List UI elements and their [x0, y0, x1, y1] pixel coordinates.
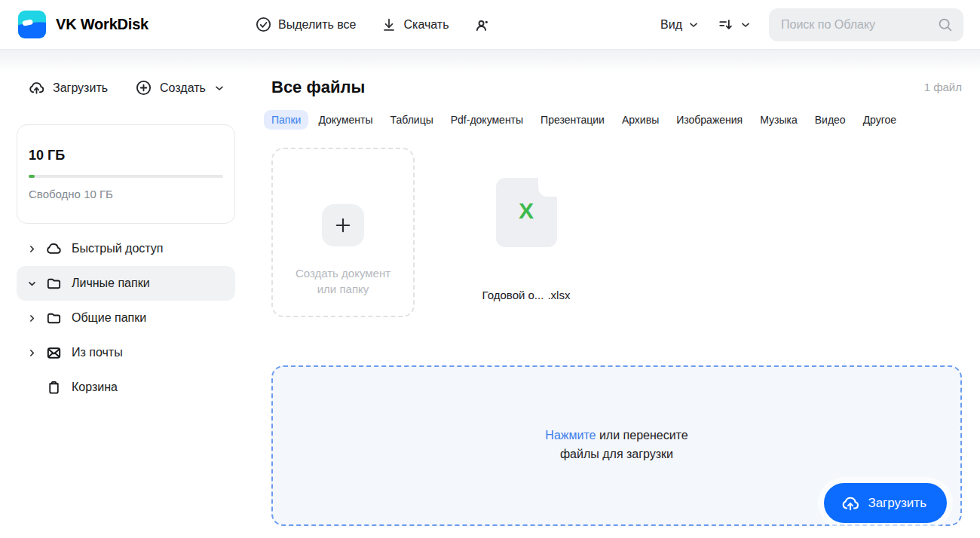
filter-tabs: Папки Документы Таблицы Pdf-документы Пр…	[264, 110, 962, 130]
app-title: VK WorkDisk	[56, 16, 149, 33]
excel-letter: X	[519, 198, 534, 224]
dropzone-text: Нажмите или перенесите файлы для загрузк…	[545, 426, 688, 463]
sidebar-item-label: Из почты	[72, 346, 123, 359]
tab-pdf-documents[interactable]: Pdf-документы	[443, 110, 531, 130]
view-dropdown[interactable]: Вид	[660, 18, 700, 32]
file-name: Годовой о....xlsx	[482, 289, 571, 301]
storage-total: 10 ГБ	[29, 148, 223, 164]
header-actions: Выделить все Скачать	[255, 16, 492, 34]
sidebar-item-from-mail[interactable]: Из почты	[17, 335, 235, 370]
sidebar-item-label: Общие папки	[72, 311, 146, 325]
upload-label: Загрузить	[53, 81, 108, 95]
app-logo-icon	[18, 11, 46, 38]
sidebar-item-label: Личные папки	[72, 277, 150, 290]
upload-button[interactable]: Загрузить	[28, 79, 108, 96]
file-tile[interactable]: X Годовой о....xlsx	[455, 148, 598, 317]
tab-images[interactable]: Изображения	[669, 110, 750, 130]
dropzone-click-link[interactable]: Нажмите	[545, 429, 596, 442]
create-button[interactable]: Создать	[135, 79, 225, 96]
storage-progress-fill	[29, 175, 35, 178]
sidebar-item-quick-access[interactable]: Быстрый доступ	[17, 231, 235, 266]
plus-circle-icon	[135, 79, 152, 96]
tab-music[interactable]: Музыка	[752, 110, 805, 130]
storage-free-label: Свободно 10 ГБ	[29, 188, 223, 200]
download-icon	[381, 17, 397, 33]
app-body: Загрузить Создать 10 ГБ Свободно 10 ГБ	[0, 50, 980, 538]
upload-fab-button[interactable]: Загрузить	[824, 483, 947, 523]
create-tile-text: Создать документ или папку	[296, 265, 390, 297]
download-button[interactable]: Скачать	[381, 17, 449, 33]
main-header: Все файлы 1 файл	[271, 78, 962, 97]
chevron-down-icon[interactable]	[27, 279, 38, 289]
file-grid: Создать документ или папку X Годовой о..…	[271, 148, 962, 317]
xlsx-file-icon: X	[496, 178, 557, 247]
tab-video[interactable]: Видео	[807, 110, 853, 130]
tab-archives[interactable]: Архивы	[614, 110, 666, 130]
folder-icon	[45, 310, 63, 327]
sidebar-item-label: Корзина	[72, 381, 118, 394]
tab-other[interactable]: Другое	[856, 110, 904, 130]
upload-dropzone[interactable]: Нажмите или перенесите файлы для загрузк…	[271, 365, 962, 526]
sidebar-item-label: Быстрый доступ	[72, 242, 164, 255]
select-all-button[interactable]: Выделить все	[255, 16, 356, 33]
storage-card[interactable]: 10 ГБ Свободно 10 ГБ	[17, 124, 235, 224]
tab-presentations[interactable]: Презентации	[533, 110, 612, 130]
chevron-right-icon[interactable]	[27, 244, 38, 254]
create-label: Создать	[160, 81, 206, 95]
sidebar-item-trash[interactable]: Корзина	[17, 370, 235, 405]
users-icon	[473, 16, 492, 34]
cloud-icon	[45, 240, 63, 258]
cloud-upload-icon	[841, 494, 860, 513]
chevron-right-icon[interactable]	[27, 313, 38, 323]
chevron-down-icon	[740, 19, 752, 31]
cloud-upload-icon	[28, 79, 45, 96]
main-content: Все файлы 1 файл Папки Документы Таблицы…	[255, 50, 980, 538]
chevron-down-icon	[213, 82, 225, 94]
sort-icon	[717, 16, 734, 33]
sidebar-item-shared-folders[interactable]: Общие папки	[17, 301, 235, 335]
tab-folders[interactable]: Папки	[264, 110, 308, 130]
view-label: Вид	[660, 18, 682, 32]
files-count: 1 файл	[924, 78, 962, 93]
tab-documents[interactable]: Документы	[311, 110, 380, 130]
folder-icon	[45, 275, 63, 292]
search-box[interactable]	[769, 8, 963, 41]
select-all-label: Выделить все	[278, 18, 356, 32]
brand[interactable]: VK WorkDisk	[18, 11, 255, 38]
mail-icon	[45, 344, 63, 362]
sort-dropdown[interactable]	[717, 16, 752, 33]
create-document-tile[interactable]: Создать документ или папку	[271, 148, 415, 317]
trash-icon	[45, 379, 63, 396]
chevron-down-icon	[688, 19, 700, 31]
upload-fab-label: Загрузить	[868, 496, 926, 511]
sidebar: Загрузить Создать 10 ГБ Свободно 10 ГБ	[0, 50, 255, 538]
header-right: Вид	[660, 8, 963, 41]
sidebar-actions: Загрузить Создать	[17, 79, 255, 96]
sidebar-nav: Быстрый доступ Личные папки	[17, 231, 255, 405]
search-input[interactable]	[781, 18, 937, 32]
check-circle-icon	[255, 16, 272, 33]
page-title: Все файлы	[271, 78, 365, 97]
app-header: VK WorkDisk Выделить все Скачать	[0, 0, 980, 50]
sidebar-item-personal-folders[interactable]: Личные папки	[17, 266, 235, 301]
search-icon	[937, 17, 953, 32]
plus-icon	[322, 204, 364, 246]
storage-progress-bar	[29, 175, 223, 178]
tab-tables[interactable]: Таблицы	[383, 110, 441, 130]
download-label: Скачать	[403, 18, 449, 32]
shared-access-button[interactable]	[473, 16, 492, 34]
chevron-right-icon[interactable]	[27, 348, 38, 358]
